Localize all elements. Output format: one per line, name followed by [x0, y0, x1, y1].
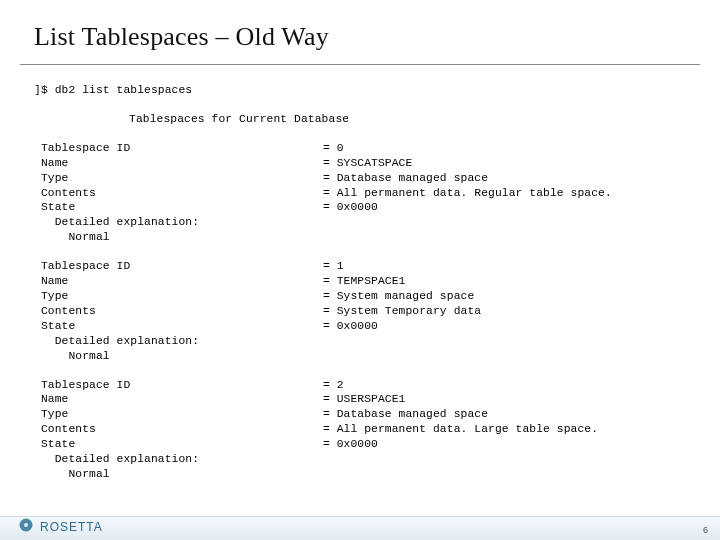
- svg-point-1: [24, 523, 28, 527]
- tablespace-block: Tablespace ID = 1 Name = TEMPSPACE1 Type…: [34, 259, 686, 363]
- tablespace-block: Tablespace ID = 0 Name = SYSCATSPACE Typ…: [34, 141, 686, 245]
- tablespace-block: Tablespace ID = 2 Name = USERSPACE1 Type…: [34, 378, 686, 482]
- slide: List Tablespaces – Old Way ]$ db2 list t…: [0, 0, 720, 540]
- slide-footer: ROSETTA 6: [0, 516, 720, 540]
- page-number: 6: [703, 525, 708, 535]
- footer-logo: ROSETTA: [18, 517, 103, 537]
- page-title: List Tablespaces – Old Way: [0, 0, 720, 60]
- content-area: ]$ db2 list tablespaces Tablespaces for …: [0, 65, 720, 482]
- logo-text: ROSETTA: [40, 520, 103, 534]
- section-title: Tablespaces for Current Database: [129, 112, 686, 127]
- command-line: ]$ db2 list tablespaces: [34, 83, 686, 98]
- logo-icon: [18, 517, 34, 537]
